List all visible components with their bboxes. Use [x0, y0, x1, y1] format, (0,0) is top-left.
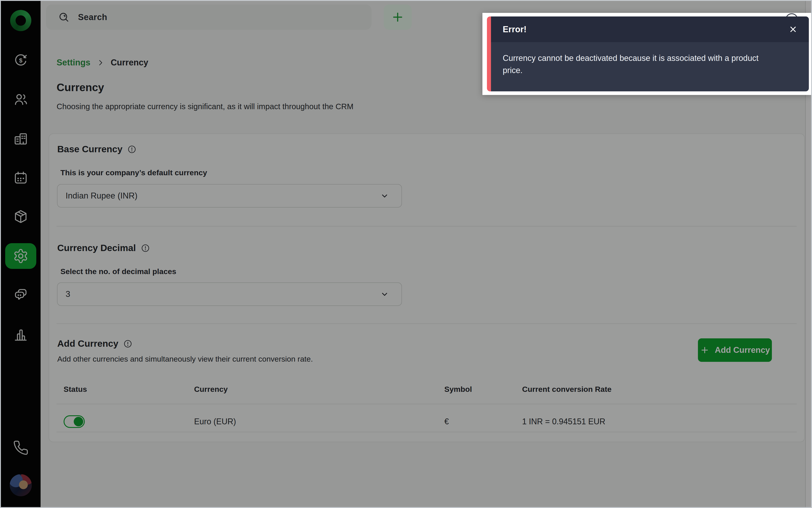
close-icon [789, 25, 798, 34]
error-toast: Error! Currency cannot be deactivated be… [482, 13, 811, 95]
error-toast-panel: Error! Currency cannot be deactivated be… [487, 16, 809, 91]
error-toast-body: Currency cannot be deactivated because i… [491, 42, 809, 77]
error-toast-title: Error! [503, 25, 527, 34]
app-window: $ [0, 0, 812, 508]
error-toast-header: Error! [491, 16, 809, 42]
error-toast-message: Currency cannot be deactivated because i… [503, 52, 766, 77]
toast-close-button[interactable] [787, 24, 799, 35]
